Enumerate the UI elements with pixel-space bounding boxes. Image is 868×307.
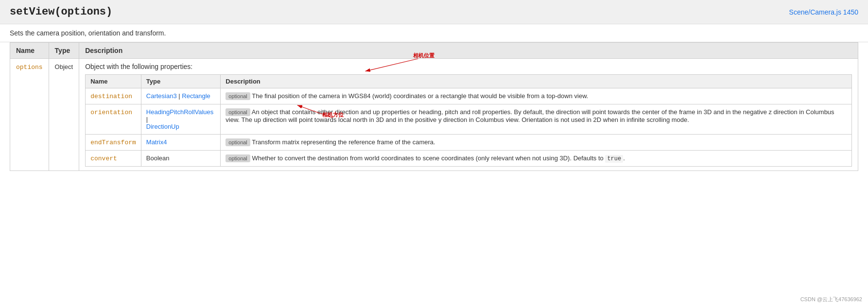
table-wrapper: 相机位置 相机方位 Name Type Description — [0, 42, 868, 181]
col-description: Description — [79, 43, 858, 59]
param-options-name: options — [10, 59, 49, 171]
directionup-link[interactable]: DirectionUp — [146, 123, 179, 130]
nested-col-name: Name — [86, 75, 141, 88]
rectangle-link[interactable]: Rectangle — [182, 92, 210, 100]
nested-row-orientation: orientation HeadingPitchRollValues | Dir… — [86, 104, 852, 135]
nested-row-endtransform: endTransform Matrix4 optional Transform … — [86, 135, 852, 151]
optional-badge-orientation: optional — [226, 108, 250, 116]
main-table-header-row: Name Type Description — [10, 43, 858, 59]
convert-name-cell: convert — [86, 151, 141, 167]
dest-name-cell: destination — [86, 88, 141, 104]
nested-header-row: Name Type Description — [86, 75, 852, 88]
convert-type-cell: Boolean — [141, 151, 220, 167]
nested-col-type: Type — [141, 75, 220, 88]
page-title: setView(options) — [10, 6, 112, 18]
matrix4-link[interactable]: Matrix4 — [146, 138, 167, 146]
nested-col-description: Description — [221, 75, 852, 88]
nested-row-destination: destination Cartesian3 | Rectangle optio… — [86, 88, 852, 104]
cartesian3-link[interactable]: Cartesian3 — [146, 92, 177, 100]
table-row: options Object Object with the following… — [10, 59, 858, 171]
main-table: Name Type Description options Object Obj… — [10, 42, 858, 171]
endtransform-type-cell: Matrix4 — [141, 135, 220, 151]
convert-desc-cell: optional Whether to convert the destinat… — [221, 151, 852, 167]
nested-table: Name Type Description destination — [85, 74, 852, 167]
optional-badge-convert: optional — [226, 154, 250, 162]
optional-badge-destination: optional — [226, 92, 250, 100]
optional-badge-endtransform: optional — [226, 138, 250, 146]
page-description: Sets the camera position, orientation an… — [0, 24, 868, 42]
orient-desc-cell: optional An object that contains either … — [221, 104, 852, 135]
endtransform-name-cell: endTransform — [86, 135, 141, 151]
param-options-type: Object — [49, 59, 79, 171]
source-link[interactable]: Scene/Camera.js 1450 — [789, 8, 858, 16]
page-header: setView(options) Scene/Camera.js 1450 — [0, 0, 868, 24]
headingpitchrollvalues-link[interactable]: HeadingPitchRollValues — [146, 108, 214, 116]
endtransform-desc-cell: optional Transform matrix representing t… — [221, 135, 852, 151]
orient-name-cell: orientation — [86, 104, 141, 135]
nested-row-convert: convert Boolean optional Whether to conv… — [86, 151, 852, 167]
param-options-description: Object with the following properties: Na… — [79, 59, 858, 171]
col-type: Type — [49, 43, 79, 59]
dest-type-cell: Cartesian3 | Rectangle — [141, 88, 220, 104]
col-name: Name — [10, 43, 49, 59]
orient-type-cell: HeadingPitchRollValues | DirectionUp — [141, 104, 220, 135]
dest-desc-cell: optional The final position of the camer… — [221, 88, 852, 104]
